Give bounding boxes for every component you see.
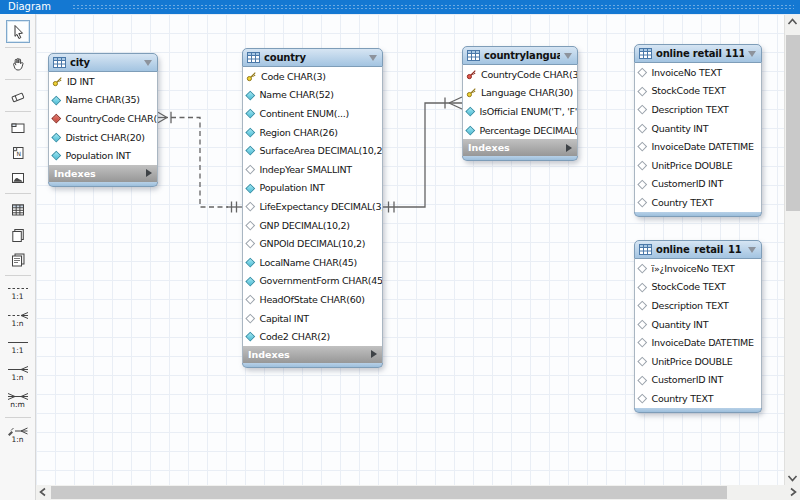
relationship-1to1-nonidentifying-tool[interactable]: 1:1 — [6, 280, 30, 305]
relationship-1ton-identifying-tool[interactable]: 1:n — [6, 361, 30, 386]
scroll-up-arrow-icon[interactable] — [785, 15, 800, 29]
column-row[interactable]: Code2 CHAR(2) — [243, 327, 382, 346]
column-row[interactable]: ID INT — [49, 72, 157, 91]
column-row[interactable]: Population INT — [49, 146, 157, 165]
column-row[interactable]: HeadOfState CHAR(60) — [243, 290, 382, 309]
column-label: GNPOld DECIMAL(10,2) — [260, 238, 366, 249]
column-row[interactable]: Quantity INT — [635, 315, 761, 334]
scroll-left-arrow-icon[interactable] — [36, 485, 51, 499]
vertical-scrollbar[interactable] — [784, 15, 800, 485]
column-row[interactable]: Language CHAR(30) — [463, 84, 577, 103]
column-row[interactable]: GNP DECIMAL(10,2) — [243, 216, 382, 235]
table-country[interactable]: country Code CHAR(3)Name CHAR(52)Contine… — [242, 48, 383, 368]
nullable-column-icon — [246, 295, 255, 304]
notnull-column-icon — [52, 132, 61, 141]
hand-pan-tool[interactable] — [6, 52, 30, 75]
column-row[interactable]: StockCode TEXT — [635, 82, 761, 101]
column-row[interactable]: CountryCode CHAR(3) — [49, 109, 157, 128]
column-label: Description TEXT — [652, 300, 729, 311]
column-label: Population INT — [66, 150, 131, 161]
column-row[interactable]: Capital INT — [243, 309, 382, 328]
scroll-right-arrow-icon[interactable] — [785, 485, 800, 499]
column-row[interactable]: LifeExpectancy DECIMAL(3,1) — [243, 197, 382, 216]
indexes-footer[interactable]: Indexes — [462, 139, 578, 156]
diagram-titlebar: Diagram — [0, 0, 800, 14]
relationship-ntom-identifying-tool[interactable]: n:m — [6, 388, 30, 413]
table-online-retail-11[interactable]: online_retail_11ï»¿InvoiceNo TEXTStockCo… — [634, 240, 762, 413]
column-row[interactable]: Description TEXT — [635, 100, 761, 119]
column-row[interactable]: District CHAR(20) — [49, 128, 157, 147]
eraser-tool[interactable] — [6, 84, 30, 107]
table-header[interactable]: online retail 111 — [634, 44, 762, 63]
table-tool[interactable] — [6, 198, 30, 221]
image-tool[interactable] — [6, 166, 30, 189]
indexes-footer[interactable]: Indexes — [242, 346, 383, 363]
table-header[interactable]: countrylanguage — [462, 46, 578, 65]
column-row[interactable]: Percentage DECIMAL(4,1) — [463, 121, 577, 140]
column-row[interactable]: Country TEXT — [635, 389, 761, 408]
column-row[interactable]: CustomerID INT — [635, 175, 761, 194]
column-row[interactable]: UnitPrice DOUBLE — [635, 156, 761, 175]
column-row[interactable]: IsOfficial ENUM('T', 'F') — [463, 102, 577, 121]
toolbar-separator — [5, 79, 31, 80]
column-row[interactable]: CustomerID INT — [635, 371, 761, 390]
select-tool[interactable] — [6, 20, 30, 43]
expand-arrow-icon[interactable] — [566, 144, 572, 152]
horizontal-scrollbar[interactable] — [36, 485, 800, 500]
column-label: Country TEXT — [652, 197, 714, 208]
note-tool[interactable]: N — [6, 141, 30, 164]
column-label: ID INT — [67, 76, 94, 87]
layer-tool[interactable] — [6, 116, 30, 139]
table-city[interactable]: city ID INTName CHAR(35)CountryCode CHAR… — [48, 53, 158, 187]
column-row[interactable]: InvoiceNo TEXT — [635, 63, 761, 82]
notnull-column-icon — [466, 107, 475, 116]
relationship-1ton-nonidentifying-tool[interactable]: 1:n — [6, 307, 30, 332]
indexes-footer[interactable]: Indexes — [48, 165, 158, 182]
relationship-1ton-existing-columns-tool[interactable]: 1:n — [6, 422, 30, 447]
column-row[interactable]: Country TEXT — [635, 193, 761, 212]
column-row[interactable]: SurfaceArea DECIMAL(10,2) — [243, 141, 382, 160]
routine-group-tool[interactable] — [6, 248, 30, 271]
table-countrylanguage[interactable]: countrylanguage CountryCode CHAR(3) Lang… — [462, 46, 578, 161]
table-header[interactable]: online_retail_11 — [634, 240, 762, 259]
table-header[interactable]: country — [242, 48, 383, 67]
column-row[interactable]: Continent ENUM(...) — [243, 104, 382, 123]
view-tool[interactable] — [6, 223, 30, 246]
column-row[interactable]: GNPOld DECIMAL(10,2) — [243, 234, 382, 253]
column-row[interactable]: Region CHAR(26) — [243, 123, 382, 142]
expand-arrow-icon[interactable] — [371, 350, 377, 358]
vertical-scrollbar-thumb[interactable] — [786, 35, 800, 211]
column-row[interactable]: InvoiceDate DATETIME — [635, 333, 761, 352]
relationship-1to1-identifying-tool[interactable]: 1:1 — [6, 334, 30, 359]
column-row[interactable]: UnitPrice DOUBLE — [635, 352, 761, 371]
chevron-down-icon[interactable] — [564, 53, 572, 59]
chevron-down-icon[interactable] — [369, 55, 377, 61]
column-row[interactable]: GovernmentForm CHAR(45) — [243, 272, 382, 291]
column-row[interactable]: CountryCode CHAR(3) — [463, 65, 577, 84]
column-row[interactable]: Name CHAR(52) — [243, 86, 382, 105]
column-row[interactable]: Name CHAR(35) — [49, 91, 157, 110]
column-row[interactable]: Description TEXT — [635, 296, 761, 315]
column-row[interactable]: Population INT — [243, 179, 382, 198]
column-row[interactable]: ï»¿InvoiceNo TEXT — [635, 259, 761, 278]
column-row[interactable]: Code CHAR(3) — [243, 67, 382, 86]
column-row[interactable]: StockCode TEXT — [635, 278, 761, 297]
chevron-down-icon[interactable] — [144, 60, 152, 66]
horizontal-scrollbar-thumb[interactable] — [51, 486, 727, 499]
column-row[interactable]: LocalName CHAR(45) — [243, 253, 382, 272]
column-row[interactable]: Quantity INT — [635, 119, 761, 138]
image-icon — [9, 169, 27, 187]
cursor-arrow-icon — [9, 23, 27, 41]
notnull-column-icon — [246, 258, 255, 267]
table-header[interactable]: city — [48, 53, 158, 72]
chevron-down-icon[interactable] — [748, 247, 756, 253]
column-row[interactable]: IndepYear SMALLINT — [243, 160, 382, 179]
table-columns: CountryCode CHAR(3) Language CHAR(30)IsO… — [462, 65, 578, 139]
chevron-down-icon[interactable] — [748, 51, 756, 57]
nullable-column-icon — [246, 202, 255, 211]
table-online-retail-111[interactable]: online retail 111InvoiceNo TEXTStockCode… — [634, 44, 762, 217]
nullable-column-icon — [638, 357, 647, 366]
column-row[interactable]: InvoiceDate DATETIME — [635, 137, 761, 156]
expand-arrow-icon[interactable] — [146, 169, 152, 177]
scroll-down-arrow-icon[interactable] — [785, 471, 800, 485]
